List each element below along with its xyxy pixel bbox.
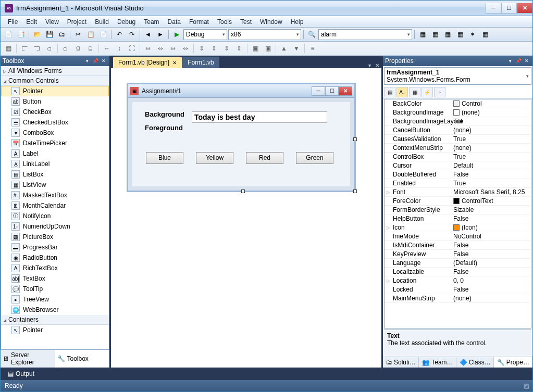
label-foreground[interactable]: Foreground [145,124,183,132]
close-icon[interactable]: ✕ [172,60,177,66]
redo-icon[interactable]: ↷ [126,29,138,40]
button-yellow[interactable]: Yellow [196,152,233,164]
resize-handle-s[interactable] [241,189,245,193]
close-icon[interactable]: ✕ [100,57,107,65]
minimize-button[interactable]: ─ [486,3,501,14]
prop-keypreview[interactable]: KeyPreviewFalse [385,250,531,259]
tab-class-view[interactable]: 🔷Class… [456,357,494,368]
maximize-button[interactable]: ☐ [501,3,517,14]
paste-icon[interactable]: 📄 [97,29,109,40]
prop-enabled[interactable]: EnabledTrue [385,179,531,188]
pin-icon[interactable]: 📌 [92,57,99,65]
toolbox-item-checkbox[interactable]: ☑CheckBox [1,107,109,117]
property-grid[interactable]: BackColorControlBackgroundImage(none)Bac… [384,99,531,328]
menu-help[interactable]: Help [287,18,308,26]
properties-icon[interactable]: ▦ [409,87,420,97]
save-all-icon[interactable]: 🗂 [56,29,68,40]
prop-causesvalidation[interactable]: CausesValidationTrue [385,135,531,144]
prop-controlbox[interactable]: ControlBoxTrue [385,153,531,161]
nav-fwd-icon[interactable]: ► [155,29,166,40]
find-icon[interactable]: 🔍 [306,29,317,40]
menu-debug[interactable]: Debug [113,18,140,26]
hspace-eq-icon[interactable]: ⇔ [142,43,154,54]
dropdown-icon[interactable]: ▾ [506,57,514,65]
button-blue[interactable]: Blue [146,152,183,164]
prop-cursor[interactable]: CursorDefault [385,161,531,170]
send-back-icon[interactable]: ▼ [291,43,302,54]
menu-data[interactable]: Data [164,18,185,26]
start-icon[interactable]: ▶ [171,29,182,40]
toolbox-item-listview[interactable]: ▦ListView [1,180,109,190]
tb-misc4-icon[interactable]: ▦ [454,29,466,40]
resize-handle-e[interactable] [353,137,357,141]
center-h-icon[interactable]: ▣ [250,43,261,54]
align-bottom-icon[interactable]: ⫒ [85,43,96,54]
tab-design[interactable]: Form1.vb [Design]✕ [113,57,182,68]
prop-doublebuffered[interactable]: DoubleBufferedFalse [385,170,531,179]
align-left-icon[interactable]: ⫍ [19,43,30,54]
tab-code[interactable]: Form1.vb [182,57,219,68]
prop-formborderstyle[interactable]: FormBorderStyleSizable [385,206,531,214]
properties-header[interactable]: Properties ▾ 📌 ✕ [383,56,532,66]
vspace-rem-icon[interactable]: ⇕ [233,43,245,54]
tb-misc5-icon[interactable]: ✶ [467,29,478,40]
toolbox-item-picturebox[interactable]: 🖼PictureBox [1,232,109,242]
tab-team-explorer[interactable]: 👥Team… [419,357,456,368]
toolbox-item-radiobutton[interactable]: ◉RadioButton [1,252,109,263]
toolbox-item-richtextbox[interactable]: ARichTextBox [1,263,109,273]
same-height-icon[interactable]: ↕ [114,43,125,54]
nav-back-icon[interactable]: ◄ [142,29,154,40]
tb-misc1-icon[interactable]: ▦ [417,29,428,40]
align-grid-icon[interactable]: ▦ [3,43,14,54]
toolbox-item-treeview[interactable]: ▸TreeView [1,294,109,305]
menu-format[interactable]: Format [185,18,213,26]
titlebar[interactable]: ∞ frmAssignment_1 - Microsoft Visual Stu… [1,1,532,16]
close-icon[interactable]: ✕ [523,57,530,65]
prop-backgroundimagelayout[interactable]: BackgroundImageLayoutTile [385,117,531,126]
same-size-icon[interactable]: ⛶ [126,43,138,54]
menu-view[interactable]: View [41,18,63,26]
prop-locked[interactable]: LockedFalse [385,285,531,294]
toolbox-item-notifyicon[interactable]: ⓘNotifyIcon [1,211,109,221]
open-icon[interactable]: 📂 [31,29,43,40]
menu-test[interactable]: Test [236,18,256,26]
toolbox-tree[interactable]: All Windows Forms Common Controls ↖Point… [1,66,109,349]
save-icon[interactable]: 💾 [44,29,55,40]
events-icon[interactable]: ⚡ [422,87,433,97]
prop-ismdicontainer[interactable]: IsMdiContainerFalse [385,241,531,250]
toolbox-item-numericupdown[interactable]: 1↕NumericUpDown [1,221,109,232]
bring-front-icon[interactable]: ▲ [278,43,290,54]
menu-build[interactable]: Build [91,18,113,26]
copy-icon[interactable]: 📋 [85,29,96,40]
toolbox-item-combobox[interactable]: ▾ComboBox [1,128,109,138]
prop-helpbutton[interactable]: HelpButtonFalse [385,214,531,223]
close-doc-icon[interactable]: ✕ [373,62,381,68]
toolbox-item-label[interactable]: ALabel [1,148,109,159]
tab-solution-explorer[interactable]: 🗂Soluti… [383,357,419,368]
active-files-icon[interactable]: ▾ [366,62,373,68]
vspace-inc-icon[interactable]: ⇕ [208,43,220,54]
toolbox-item-webbrowser[interactable]: 🌐WebBrowser [1,305,109,315]
prop-language[interactable]: Language(Default) [385,259,531,268]
categorized-icon[interactable]: ▤ [384,87,395,97]
button-green[interactable]: Green [296,152,333,164]
toolbox-item-textbox[interactable]: ab|TextBox [1,273,109,284]
align-right-icon[interactable]: ⫏ [44,43,55,54]
toolbox-item-maskedtextbox[interactable]: #.MaskedTextBox [1,190,109,200]
toolbox-item-progressbar[interactable]: ▬ProgressBar [1,242,109,252]
prop-cancelbutton[interactable]: CancelButton(none) [385,126,531,135]
tab-server-explorer[interactable]: 🖥Server Explorer [1,350,55,368]
same-width-icon[interactable]: ↔ [101,43,113,54]
vspace-eq-icon[interactable]: ⇕ [196,43,207,54]
pin-icon[interactable]: 📌 [515,57,522,65]
new-project-icon[interactable]: 📄 [3,29,14,40]
textbox-message[interactable]: Today is best day [192,111,327,123]
align-top-icon[interactable]: ⫐ [60,43,71,54]
toolbox-item-datetimepicker[interactable]: 📅DateTimePicker [1,138,109,148]
prop-mainmenustrip[interactable]: MainMenuStrip(none) [385,294,531,303]
toolbox-item-listbox[interactable]: ▤ListBox [1,169,109,180]
tb-misc2-icon[interactable]: ▦ [429,29,441,40]
menu-team[interactable]: Team [140,18,163,26]
tab-order-icon[interactable]: ≡ [307,43,318,54]
form-designer[interactable]: ▣ Assignment#1 ─ ☐ ✕ Background Foregrou… [111,68,381,368]
